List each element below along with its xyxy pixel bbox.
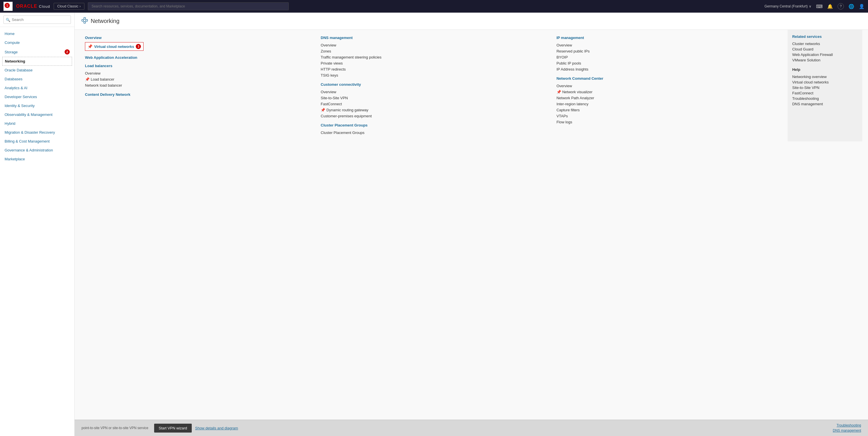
section-dns[interactable]: DNS management	[321, 36, 547, 40]
bottom-troubleshooting-link[interactable]: Troubleshooting	[836, 424, 861, 427]
ip-pools-link[interactable]: Public IP pools	[557, 60, 783, 66]
help-title: Help	[792, 67, 858, 72]
sidebar-item-migration[interactable]: Migration & Disaster Recovery	[0, 128, 74, 137]
section-cdn[interactable]: Content Delivery Network	[85, 92, 311, 97]
cc-fastconnect-link[interactable]: FastConnect	[321, 101, 547, 107]
sidebar-item-identity-security[interactable]: Identity & Security	[0, 101, 74, 110]
sidebar-item-compute[interactable]: Compute	[0, 38, 74, 47]
bell-icon[interactable]: 🔔	[827, 4, 833, 9]
bottom-links: Troubleshooting DNS management	[833, 424, 861, 433]
topbar-search-input[interactable]	[88, 2, 289, 10]
cloud-classic-button[interactable]: Cloud Classic ›	[54, 3, 84, 10]
bottom-description: point-to-site VPN or site-to-site VPN se…	[82, 426, 148, 430]
dns-zones-link[interactable]: Zones	[321, 48, 547, 54]
badge-2: 2	[65, 49, 70, 55]
sidebar-search-input[interactable]	[3, 15, 71, 24]
ncc-analyzer-link[interactable]: Network Path Analyzer	[557, 95, 783, 101]
ip-byoip-link[interactable]: BYOIP	[557, 54, 783, 60]
section-web-app-accel[interactable]: Web Application Acceleration	[85, 55, 311, 60]
sidebar-item-databases[interactable]: Databases	[0, 75, 74, 83]
topbar-right: Germany Central (Frankfurt) ∨ ⌨ 🔔 ? 🌐 👤	[764, 3, 865, 9]
network-load-balancer-link[interactable]: Network load balancer	[85, 82, 311, 88]
pin-icon-drg: 📌	[321, 108, 325, 112]
ip-overview-link[interactable]: Overview	[557, 42, 783, 48]
ncc-flowlogs-link[interactable]: Flow logs	[557, 119, 783, 125]
cc-drg-link[interactable]: 📌 Dynamic routing gateway	[321, 107, 547, 113]
sidebar-search-wrap: 🔍	[0, 12, 74, 27]
load-balancers-overview-link[interactable]: Overview	[85, 70, 311, 76]
bottom-content: point-to-site VPN or site-to-site VPN se…	[74, 420, 868, 436]
pin-icon: 📌	[88, 44, 92, 49]
globe-icon[interactable]: 🌐	[848, 4, 854, 9]
ncc-capture-link[interactable]: Capture filters	[557, 107, 783, 113]
help-networking-overview[interactable]: Networking overview	[792, 74, 858, 79]
ncc-visualizer-link[interactable]: 📌 Network visualizer	[557, 89, 783, 95]
dns-http-link[interactable]: HTTP redirects	[321, 66, 547, 72]
help-dns[interactable]: DNS management	[792, 101, 858, 107]
cc-overview-link[interactable]: Overview	[321, 89, 547, 95]
show-details-button[interactable]: Show details and diagram	[195, 426, 238, 430]
region-selector[interactable]: Germany Central (Frankfurt) ∨	[764, 4, 811, 8]
pin-icon-lb: 📌	[85, 77, 90, 81]
section-customer-conn[interactable]: Customer connectivity	[321, 82, 547, 87]
user-icon[interactable]: 👤	[859, 4, 865, 9]
section-ip-mgmt[interactable]: IP management	[557, 36, 783, 40]
menu-col-4: Related services Cluster networks Cloud …	[787, 30, 862, 141]
help-vcn[interactable]: Virtual cloud networks	[792, 79, 858, 85]
ncc-latency-link[interactable]: Inter-region latency	[557, 101, 783, 107]
dns-traffic-link[interactable]: Traffic management steering policies	[321, 54, 547, 60]
menu-grid: Overview 📌 Virtual cloud networks 3 Web …	[74, 36, 868, 136]
sidebar-item-analytics-ai[interactable]: Analytics & AI	[0, 83, 74, 92]
sidebar-item-oracle-database[interactable]: Oracle Database	[0, 66, 74, 75]
oracle-logo: ORACLE Cloud	[16, 4, 50, 9]
help-vpn[interactable]: Site-to-Site VPN	[792, 85, 858, 90]
dns-tsig-link[interactable]: TSIG keys	[321, 72, 547, 78]
cc-cpe-link[interactable]: Customer-premises equipment	[321, 113, 547, 119]
ip-insights-link[interactable]: IP Address Insights	[557, 66, 783, 72]
terminal-icon[interactable]: ⌨	[816, 4, 823, 9]
sidebar-item-governance[interactable]: Governance & Administration	[0, 146, 74, 155]
start-vpn-wizard-button[interactable]: Start VPN wizard	[154, 424, 192, 433]
cc-vpn-link[interactable]: Site-to-Site VPN	[321, 95, 547, 101]
svg-rect-3	[84, 22, 86, 23]
sidebar-item-developer-services[interactable]: Developer Services	[0, 92, 74, 101]
related-vmware[interactable]: VMware Solution	[792, 57, 858, 63]
virtual-cloud-networks-link[interactable]: 📌 Virtual cloud networks 3	[85, 42, 144, 51]
sidebar-item-home[interactable]: Home	[0, 29, 74, 38]
ncc-vtaps-link[interactable]: VTAPs	[557, 113, 783, 119]
sidebar-item-observability[interactable]: Observability & Management	[0, 110, 74, 119]
ip-reserved-link[interactable]: Reserved public IPs	[557, 48, 783, 54]
bottom-dns-link[interactable]: DNS management	[833, 429, 861, 433]
main-layout: 🔍 Home Compute Storage 2 Networking	[0, 12, 868, 436]
section-ncc[interactable]: Network Command Center	[557, 76, 783, 80]
content-area: Networking Overview 📌 Virtual cloud netw…	[74, 12, 868, 436]
ncc-overview-link[interactable]: Overview	[557, 83, 783, 89]
svg-rect-1	[84, 18, 86, 19]
sidebar-item-networking[interactable]: Networking	[2, 57, 72, 66]
topbar: ✕ 1 ORACLE Cloud Cloud Classic › Germany…	[0, 0, 868, 12]
dns-overview-link[interactable]: Overview	[321, 42, 547, 48]
bottom-actions: point-to-site VPN or site-to-site VPN se…	[82, 424, 238, 433]
menu-panel: Overview 📌 Virtual cloud networks 3 Web …	[74, 30, 868, 420]
cpg-link[interactable]: Cluster Placement Groups	[321, 130, 547, 136]
dns-private-views-link[interactable]: Private views	[321, 60, 547, 66]
section-overview[interactable]: Overview	[85, 36, 311, 40]
sidebar-item-storage[interactable]: Storage 2	[0, 47, 74, 57]
help-icon[interactable]: ?	[838, 3, 844, 9]
load-balancer-link[interactable]: 📌 Load balancer	[85, 76, 311, 82]
networking-icon	[82, 17, 88, 25]
sidebar-item-billing[interactable]: Billing & Cost Management	[0, 137, 74, 146]
section-cpg[interactable]: Cluster Placement Groups	[321, 123, 547, 127]
badge-3: 3	[136, 44, 141, 49]
section-load-balancers[interactable]: Load balancers	[85, 64, 311, 68]
menu-col-1: Overview 📌 Virtual cloud networks 3 Web …	[81, 36, 316, 136]
sidebar-item-hybrid[interactable]: Hybrid	[0, 119, 74, 128]
badge-1: 1	[5, 3, 10, 8]
related-cluster-networks[interactable]: Cluster networks	[792, 41, 858, 46]
pin-icon-ncc: 📌	[557, 90, 561, 94]
related-cloud-guard[interactable]: Cloud Guard	[792, 46, 858, 52]
help-troubleshooting[interactable]: Troubleshooting	[792, 96, 858, 101]
related-waf[interactable]: Web Application Firewall	[792, 52, 858, 57]
help-fastconnect[interactable]: FastConnect	[792, 90, 858, 96]
sidebar-item-marketplace[interactable]: Marketplace	[0, 155, 74, 164]
